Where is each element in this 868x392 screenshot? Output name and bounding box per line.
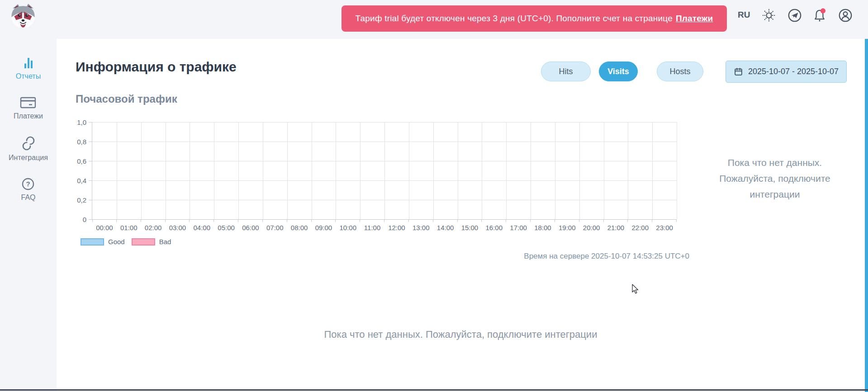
- x-axis-label: 21:00: [607, 224, 625, 231]
- sidebar-item-label: Платежи: [14, 112, 43, 120]
- x-gridline: [677, 122, 677, 219]
- x-axis-tick: [481, 219, 482, 222]
- x-axis-label: 10:00: [339, 224, 356, 231]
- legend-item-bad: Bad: [132, 238, 171, 246]
- y-axis-tick: [89, 142, 92, 142]
- x-axis-tick: [579, 219, 579, 222]
- y-axis-label: 0: [83, 216, 86, 223]
- sidebar: ОтчетыПлатежиИнтеграция?FAQ: [0, 0, 57, 392]
- sidebar-item-faq[interactable]: ?FAQ: [21, 177, 35, 202]
- sidebar-item-integration[interactable]: Интеграция: [9, 136, 48, 162]
- x-gridline: [238, 122, 239, 219]
- x-gridline: [409, 122, 409, 219]
- x-gridline: [214, 122, 214, 219]
- x-gridline: [531, 122, 531, 219]
- x-gridline: [190, 122, 190, 219]
- x-axis-tick: [189, 219, 190, 222]
- x-gridline: [628, 122, 628, 219]
- tab-hosts[interactable]: Hosts: [657, 61, 703, 81]
- x-axis-tick: [457, 219, 458, 222]
- sun-icon: [761, 8, 777, 23]
- user-icon: [838, 8, 853, 23]
- x-axis-tick: [433, 219, 433, 222]
- section-title: Почасовой трафик: [76, 92, 177, 106]
- x-axis-tick: [287, 219, 287, 222]
- mouse-cursor: [631, 284, 641, 295]
- x-axis-label: 14:00: [437, 224, 454, 231]
- x-axis-label: 15:00: [461, 224, 479, 231]
- x-axis-tick: [506, 219, 506, 222]
- payments-link[interactable]: Платежи: [676, 14, 713, 24]
- app-logo[interactable]: [8, 2, 38, 30]
- credit-card-icon: [20, 96, 36, 109]
- x-axis-tick: [360, 219, 360, 222]
- x-axis-label: 08:00: [291, 224, 308, 231]
- y-axis-tick: [89, 161, 92, 161]
- x-gridline: [506, 122, 507, 219]
- telegram-button[interactable]: [787, 8, 802, 23]
- date-range-value: 2025-10-07 - 2025-10-07: [748, 67, 839, 76]
- x-axis-label: 01:00: [120, 224, 138, 231]
- x-axis-tick: [652, 219, 652, 222]
- sidebar-item-label: Отчеты: [16, 72, 41, 80]
- x-axis-tick: [92, 219, 93, 222]
- x-axis-label: 06:00: [242, 224, 259, 231]
- x-axis-label: 19:00: [559, 224, 576, 231]
- tab-hits[interactable]: Hits: [541, 61, 591, 81]
- main-content: Информация о трафике HitsVisitsHosts 202…: [57, 39, 865, 389]
- x-gridline: [458, 122, 458, 219]
- x-axis-tick: [676, 219, 677, 222]
- x-gridline: [433, 122, 434, 219]
- x-axis-tick: [408, 219, 409, 222]
- raccoon-logo-icon: [8, 2, 38, 30]
- y-axis-tick: [89, 122, 92, 123]
- bar-chart-icon: [22, 56, 35, 70]
- x-gridline: [555, 122, 555, 219]
- vertical-scrollbar[interactable]: [865, 39, 868, 392]
- x-axis-label: 02:00: [145, 224, 162, 231]
- date-range-picker[interactable]: 2025-10-07 - 2025-10-07: [726, 61, 847, 83]
- x-axis-label: 03:00: [169, 224, 186, 231]
- x-gridline: [482, 122, 482, 219]
- chart-legend: GoodBad: [81, 238, 171, 246]
- y-axis-tick: [89, 219, 92, 220]
- x-axis-label: 11:00: [364, 224, 380, 231]
- x-axis-tick: [603, 219, 604, 222]
- notifications-button[interactable]: [812, 8, 827, 23]
- y-axis-label: 0,8: [77, 138, 86, 146]
- sidebar-item-reports[interactable]: Отчеты: [16, 56, 41, 80]
- sidebar-item-label: FAQ: [21, 194, 35, 202]
- theme-toggle-button[interactable]: [761, 8, 777, 23]
- x-gridline: [141, 122, 142, 219]
- account-button[interactable]: [838, 8, 853, 23]
- x-axis-label: 13:00: [413, 224, 430, 231]
- y-axis-label: 1,0: [77, 118, 86, 126]
- x-axis-tick: [213, 219, 214, 222]
- x-gridline: [117, 122, 117, 219]
- tab-visits[interactable]: Visits: [599, 61, 638, 81]
- sidebar-item-label: Интеграция: [9, 154, 48, 162]
- language-switcher[interactable]: RU: [738, 10, 750, 20]
- x-axis-label: 22:00: [631, 224, 649, 231]
- sidebar-item-payments[interactable]: Платежи: [14, 96, 43, 120]
- bell-icon: [812, 8, 827, 23]
- x-axis-tick: [627, 219, 628, 222]
- no-data-side-message: Пока что нет данных. Пожалуйста, подключ…: [700, 155, 849, 202]
- y-axis-label: 0,2: [77, 196, 86, 204]
- x-axis-label: 12:00: [388, 224, 405, 231]
- x-axis-tick: [238, 219, 238, 222]
- legend-item-good: Good: [81, 238, 125, 246]
- x-axis-tick: [384, 219, 384, 222]
- x-axis-tick: [555, 219, 555, 222]
- legend-label: Good: [108, 238, 125, 246]
- hourly-traffic-chart: 1,00,80,60,40,2000:0001:0002:0003:0004:0…: [92, 122, 677, 220]
- x-axis-tick: [116, 219, 117, 222]
- server-time: Время на сервере 2025-10-07 14:53:25 UTC…: [524, 252, 689, 261]
- legend-swatch-good: [81, 238, 104, 246]
- legend-swatch-bad: [132, 238, 155, 246]
- x-gridline: [312, 122, 312, 219]
- y-axis-label: 0,4: [77, 177, 86, 184]
- x-gridline: [360, 122, 360, 219]
- x-axis-label: 05:00: [218, 224, 235, 231]
- x-axis-label: 23:00: [656, 224, 673, 231]
